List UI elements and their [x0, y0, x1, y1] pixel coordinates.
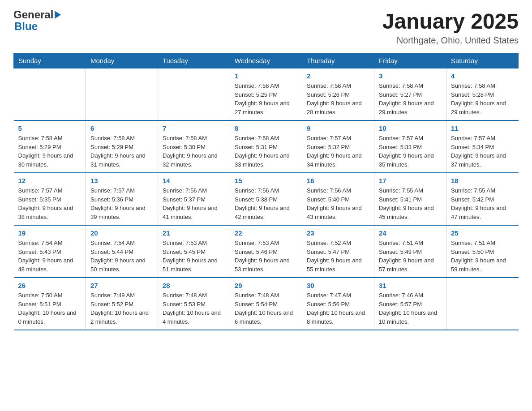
calendar-table: SundayMondayTuesdayWednesdayThursdayFrid…	[13, 53, 519, 330]
calendar-cell: 16Sunrise: 7:56 AM Sunset: 5:40 PM Dayli…	[302, 173, 374, 225]
day-header-wednesday: Wednesday	[230, 53, 302, 68]
calendar-cell: 12Sunrise: 7:57 AM Sunset: 5:35 PM Dayli…	[14, 173, 86, 225]
calendar-cell: 8Sunrise: 7:58 AM Sunset: 5:31 PM Daylig…	[230, 120, 302, 173]
calendar-cell: 14Sunrise: 7:56 AM Sunset: 5:37 PM Dayli…	[158, 173, 230, 225]
day-number: 5	[18, 124, 82, 132]
calendar-cell: 29Sunrise: 7:48 AM Sunset: 5:54 PM Dayli…	[230, 278, 302, 330]
day-number: 31	[379, 282, 442, 289]
calendar-cell: 6Sunrise: 7:58 AM Sunset: 5:29 PM Daylig…	[86, 120, 158, 173]
calendar-cell: 17Sunrise: 7:55 AM Sunset: 5:41 PM Dayli…	[374, 173, 446, 225]
logo-triangle-icon	[55, 11, 61, 19]
day-number: 20	[90, 229, 153, 237]
calendar-week-row: 26Sunrise: 7:50 AM Sunset: 5:51 PM Dayli…	[14, 278, 519, 330]
day-number: 1	[235, 72, 297, 80]
calendar-cell: 9Sunrise: 7:57 AM Sunset: 5:32 PM Daylig…	[302, 120, 374, 173]
day-number: 12	[18, 177, 82, 184]
day-number: 27	[90, 282, 153, 289]
day-number: 14	[163, 177, 225, 184]
day-info: Sunrise: 7:56 AM Sunset: 5:40 PM Dayligh…	[307, 186, 369, 221]
calendar-cell: 1Sunrise: 7:58 AM Sunset: 5:25 PM Daylig…	[230, 68, 302, 121]
calendar-cell	[446, 278, 519, 330]
day-number: 19	[18, 229, 82, 237]
day-number: 28	[163, 282, 225, 289]
day-info: Sunrise: 7:51 AM Sunset: 5:50 PM Dayligh…	[451, 239, 514, 274]
calendar-cell: 15Sunrise: 7:56 AM Sunset: 5:38 PM Dayli…	[230, 173, 302, 225]
day-number: 11	[451, 124, 514, 132]
day-info: Sunrise: 7:57 AM Sunset: 5:33 PM Dayligh…	[379, 134, 442, 169]
day-info: Sunrise: 7:57 AM Sunset: 5:36 PM Dayligh…	[90, 186, 153, 221]
page-title: January 2025	[382, 9, 519, 34]
day-info: Sunrise: 7:58 AM Sunset: 5:29 PM Dayligh…	[18, 134, 82, 169]
calendar-cell: 4Sunrise: 7:58 AM Sunset: 5:28 PM Daylig…	[446, 68, 519, 121]
calendar-cell: 30Sunrise: 7:47 AM Sunset: 5:56 PM Dayli…	[302, 278, 374, 330]
day-info: Sunrise: 7:58 AM Sunset: 5:28 PM Dayligh…	[451, 81, 514, 116]
calendar-cell: 13Sunrise: 7:57 AM Sunset: 5:36 PM Dayli…	[86, 173, 158, 225]
day-number: 22	[235, 229, 297, 237]
calendar-cell	[86, 68, 158, 121]
day-header-tuesday: Tuesday	[158, 53, 230, 68]
day-number: 4	[451, 72, 514, 80]
day-number: 9	[307, 124, 369, 132]
calendar-cell: 20Sunrise: 7:54 AM Sunset: 5:44 PM Dayli…	[86, 225, 158, 278]
day-number: 26	[18, 282, 82, 289]
day-info: Sunrise: 7:48 AM Sunset: 5:54 PM Dayligh…	[235, 291, 297, 326]
day-info: Sunrise: 7:58 AM Sunset: 5:25 PM Dayligh…	[235, 81, 297, 116]
calendar-cell	[14, 68, 86, 121]
calendar-cell: 7Sunrise: 7:58 AM Sunset: 5:30 PM Daylig…	[158, 120, 230, 173]
calendar-cell: 19Sunrise: 7:54 AM Sunset: 5:43 PM Dayli…	[14, 225, 86, 278]
day-info: Sunrise: 7:46 AM Sunset: 5:57 PM Dayligh…	[379, 291, 442, 326]
calendar-cell: 26Sunrise: 7:50 AM Sunset: 5:51 PM Dayli…	[14, 278, 86, 330]
day-info: Sunrise: 7:58 AM Sunset: 5:27 PM Dayligh…	[379, 81, 442, 116]
day-number: 13	[90, 177, 153, 184]
day-number: 2	[307, 72, 369, 80]
day-header-monday: Monday	[86, 53, 158, 68]
calendar-cell: 11Sunrise: 7:57 AM Sunset: 5:34 PM Dayli…	[446, 120, 519, 173]
day-number: 18	[451, 177, 514, 184]
day-header-saturday: Saturday	[446, 53, 519, 68]
day-info: Sunrise: 7:57 AM Sunset: 5:34 PM Dayligh…	[451, 134, 514, 169]
calendar-cell: 28Sunrise: 7:48 AM Sunset: 5:53 PM Dayli…	[158, 278, 230, 330]
day-header-sunday: Sunday	[14, 53, 86, 68]
day-info: Sunrise: 7:56 AM Sunset: 5:37 PM Dayligh…	[163, 186, 225, 221]
day-number: 8	[235, 124, 297, 132]
day-info: Sunrise: 7:47 AM Sunset: 5:56 PM Dayligh…	[307, 291, 369, 326]
day-info: Sunrise: 7:56 AM Sunset: 5:38 PM Dayligh…	[235, 186, 297, 221]
day-info: Sunrise: 7:51 AM Sunset: 5:49 PM Dayligh…	[379, 239, 442, 274]
calendar-cell: 5Sunrise: 7:58 AM Sunset: 5:29 PM Daylig…	[14, 120, 86, 173]
calendar-week-row: 19Sunrise: 7:54 AM Sunset: 5:43 PM Dayli…	[14, 225, 519, 278]
calendar-cell: 27Sunrise: 7:49 AM Sunset: 5:52 PM Dayli…	[86, 278, 158, 330]
calendar-cell: 25Sunrise: 7:51 AM Sunset: 5:50 PM Dayli…	[446, 225, 519, 278]
day-info: Sunrise: 7:49 AM Sunset: 5:52 PM Dayligh…	[90, 291, 153, 326]
day-info: Sunrise: 7:55 AM Sunset: 5:41 PM Dayligh…	[379, 186, 442, 221]
calendar-cell: 31Sunrise: 7:46 AM Sunset: 5:57 PM Dayli…	[374, 278, 446, 330]
logo-blue-text: Blue	[14, 21, 61, 32]
day-info: Sunrise: 7:53 AM Sunset: 5:45 PM Dayligh…	[163, 239, 225, 274]
logo-general-text: General	[13, 9, 53, 21]
calendar-cell: 18Sunrise: 7:55 AM Sunset: 5:42 PM Dayli…	[446, 173, 519, 225]
day-info: Sunrise: 7:50 AM Sunset: 5:51 PM Dayligh…	[18, 291, 82, 326]
calendar-cell: 24Sunrise: 7:51 AM Sunset: 5:49 PM Dayli…	[374, 225, 446, 278]
day-number: 24	[379, 229, 442, 237]
day-info: Sunrise: 7:57 AM Sunset: 5:32 PM Dayligh…	[307, 134, 369, 169]
calendar-week-row: 12Sunrise: 7:57 AM Sunset: 5:35 PM Dayli…	[14, 173, 519, 225]
calendar-cell: 2Sunrise: 7:58 AM Sunset: 5:26 PM Daylig…	[302, 68, 374, 121]
calendar-header-row: SundayMondayTuesdayWednesdayThursdayFrid…	[14, 53, 519, 68]
day-info: Sunrise: 7:54 AM Sunset: 5:44 PM Dayligh…	[90, 239, 153, 274]
day-info: Sunrise: 7:58 AM Sunset: 5:26 PM Dayligh…	[307, 81, 369, 116]
day-info: Sunrise: 7:57 AM Sunset: 5:35 PM Dayligh…	[18, 186, 82, 221]
day-info: Sunrise: 7:58 AM Sunset: 5:30 PM Dayligh…	[163, 134, 225, 169]
day-number: 21	[163, 229, 225, 237]
calendar-week-row: 1Sunrise: 7:58 AM Sunset: 5:25 PM Daylig…	[14, 68, 519, 121]
day-number: 6	[90, 124, 153, 132]
day-number: 3	[379, 72, 442, 80]
calendar-cell: 22Sunrise: 7:53 AM Sunset: 5:46 PM Dayli…	[230, 225, 302, 278]
title-block: January 2025 Northgate, Ohio, United Sta…	[382, 9, 519, 46]
day-info: Sunrise: 7:53 AM Sunset: 5:46 PM Dayligh…	[235, 239, 297, 274]
day-number: 25	[451, 229, 514, 237]
day-number: 23	[307, 229, 369, 237]
page-subtitle: Northgate, Ohio, United States	[382, 35, 519, 46]
day-number: 30	[307, 282, 369, 289]
calendar-cell: 3Sunrise: 7:58 AM Sunset: 5:27 PM Daylig…	[374, 68, 446, 121]
day-info: Sunrise: 7:58 AM Sunset: 5:29 PM Dayligh…	[90, 134, 153, 169]
calendar-week-row: 5Sunrise: 7:58 AM Sunset: 5:29 PM Daylig…	[14, 120, 519, 173]
